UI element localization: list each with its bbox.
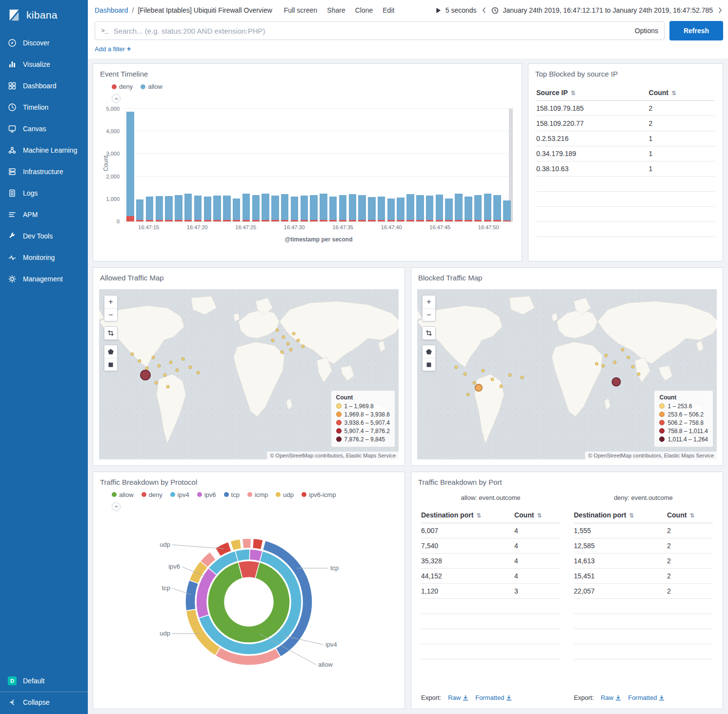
sidebar-item-canvas[interactable]: Canvas — [0, 118, 88, 139]
search-options-link[interactable]: Options — [635, 27, 658, 35]
space-switcher[interactable]: D Default — [0, 670, 88, 692]
legend-item-ipv4[interactable]: ipv4 — [170, 491, 189, 498]
crop-tool-button[interactable] — [423, 327, 435, 339]
time-forward-icon[interactable] — [717, 7, 723, 14]
sidebar-item-infrastructure[interactable]: Infrastructure — [0, 161, 88, 182]
kibana-logo[interactable]: kibana — [0, 0, 88, 32]
timeline-bar[interactable] — [212, 109, 222, 221]
column-header-destination-port[interactable]: Destination port⇅ — [574, 507, 667, 523]
export-raw-link[interactable]: Raw — [601, 694, 621, 701]
column-header-count[interactable]: Count⇅ — [514, 507, 560, 523]
timeline-bar[interactable] — [145, 109, 155, 221]
refresh-interval[interactable]: 5 seconds — [445, 6, 477, 14]
zoom-in-button[interactable]: + — [104, 296, 117, 308]
column-header-destination-port[interactable]: Destination port⇅ — [421, 507, 514, 523]
timeline-bar[interactable] — [357, 109, 367, 221]
legend-item-ipv6[interactable]: ipv6 — [197, 491, 216, 498]
full-screen-button[interactable]: Full screen — [284, 6, 317, 14]
legend-item-allow[interactable]: allow — [112, 491, 134, 498]
timeline-bar[interactable] — [435, 109, 445, 221]
timeline-bar[interactable] — [319, 109, 328, 221]
timeline-bar[interactable] — [338, 109, 348, 221]
sidebar-item-management[interactable]: Management — [0, 268, 88, 290]
allowed-map-canvas[interactable]: + − Count — [99, 289, 399, 459]
legend-item-tcp[interactable]: tcp — [224, 491, 240, 498]
timeline-bar[interactable] — [202, 109, 212, 221]
legend-item-udp[interactable]: udp — [276, 491, 294, 498]
zoom-in-button[interactable]: + — [423, 296, 435, 308]
timeline-bar[interactable] — [280, 109, 290, 221]
legend-item-icmp[interactable]: icmp — [247, 491, 268, 498]
export-raw-link[interactable]: Raw — [448, 694, 468, 701]
timeline-bar[interactable] — [347, 109, 357, 221]
timeline-bar[interactable] — [328, 109, 338, 221]
play-refresh-icon[interactable] — [436, 7, 441, 14]
sidebar-item-logs[interactable]: Logs — [0, 182, 88, 204]
timeline-bar[interactable] — [164, 109, 174, 221]
time-range[interactable]: January 24th 2019, 16:47:12.171 to Janua… — [503, 6, 713, 14]
legend-item-deny[interactable]: deny — [142, 491, 162, 498]
zoom-out-button[interactable]: − — [104, 308, 117, 321]
timeline-bar[interactable] — [464, 109, 473, 221]
legend-item-ipv6-icmp[interactable]: ipv6-icmp — [302, 491, 336, 498]
timeline-bar[interactable] — [454, 109, 464, 221]
timeline-bar[interactable] — [483, 109, 492, 221]
sidebar-item-machine-learning[interactable]: Machine Learning — [0, 139, 88, 161]
sunburst-segment-udp[interactable] — [230, 539, 242, 551]
sidebar-item-visualize[interactable]: Visualize — [0, 54, 88, 75]
sidebar-item-monitoring[interactable]: Monitoring — [0, 247, 88, 268]
timeline-bar[interactable] — [502, 109, 512, 221]
timeline-bar[interactable] — [309, 109, 319, 221]
timeline-bar[interactable] — [299, 109, 309, 221]
timeline-bar[interactable] — [232, 109, 242, 221]
legend-item-deny[interactable]: deny — [112, 83, 133, 90]
timeline-bar[interactable] — [270, 109, 280, 221]
sidebar-item-timelion[interactable]: Timelion — [0, 97, 88, 118]
search-input[interactable] — [114, 27, 630, 35]
sidebar-item-dashboard[interactable]: Dashboard — [0, 75, 88, 97]
breadcrumb-dashboard-link[interactable]: Dashboard — [95, 6, 128, 14]
rect-tool-button[interactable] — [104, 358, 117, 371]
sunburst-segment-ipv6-icmp[interactable] — [253, 538, 263, 550]
export-formatted-link[interactable]: Formatted — [628, 694, 665, 701]
add-filter-link[interactable]: Add a filter + — [95, 45, 131, 53]
blocked-map-canvas[interactable]: + − Count — [417, 289, 717, 459]
timeline-bar[interactable] — [193, 109, 203, 221]
timeline-bar[interactable] — [396, 109, 405, 221]
sunburst-segment-icmp[interactable] — [242, 538, 251, 549]
polygon-tool-button[interactable] — [423, 345, 435, 358]
legend-item-allow[interactable]: allow — [141, 83, 162, 90]
legend-collapse-icon[interactable] — [112, 94, 121, 103]
timeline-bar[interactable] — [125, 109, 135, 221]
clone-button[interactable]: Clone — [355, 6, 373, 14]
timeline-bar[interactable] — [405, 109, 415, 221]
timeline-bar[interactable] — [154, 109, 164, 221]
timeline-bar[interactable] — [222, 109, 232, 221]
collapse-nav-button[interactable]: Collapse — [0, 692, 88, 712]
polygon-tool-button[interactable] — [104, 345, 117, 358]
timeline-bar[interactable] — [444, 109, 454, 221]
timeline-bar[interactable] — [367, 109, 377, 221]
timeline-bar[interactable] — [290, 109, 300, 221]
timeline-bar[interactable] — [174, 109, 183, 221]
column-header-source-ip[interactable]: Source IP⇅ — [536, 85, 649, 101]
share-button[interactable]: Share — [327, 6, 345, 14]
timeline-bar[interactable] — [251, 109, 261, 221]
timeline-bar[interactable] — [242, 109, 251, 221]
sunburst-segment-ipv6[interactable] — [250, 549, 263, 561]
export-formatted-link[interactable]: Formatted — [475, 694, 512, 701]
timeline-bar[interactable] — [425, 109, 435, 221]
time-back-icon[interactable] — [481, 7, 487, 14]
timeline-bar[interactable] — [492, 109, 502, 221]
sidebar-item-apm[interactable]: APM — [0, 204, 88, 225]
timeline-bar[interactable] — [415, 109, 425, 221]
timeline-bar[interactable] — [386, 109, 396, 221]
sidebar-item-discover[interactable]: Discover — [0, 32, 88, 54]
column-header-count[interactable]: Count⇅ — [667, 507, 713, 523]
timeline-bar[interactable] — [135, 109, 145, 221]
timeline-bar[interactable] — [377, 109, 386, 221]
timeline-bar[interactable] — [261, 109, 270, 221]
sidebar-item-dev-tools[interactable]: Dev Tools — [0, 225, 88, 247]
legend-collapse-icon[interactable] — [112, 502, 121, 511]
timeline-bar[interactable] — [183, 109, 193, 221]
